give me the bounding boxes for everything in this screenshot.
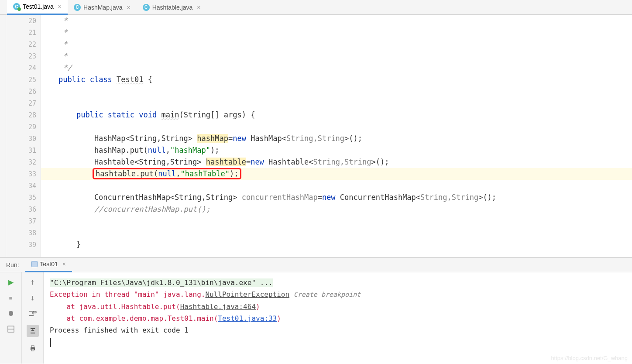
line-number: 24⌐ xyxy=(6,62,41,74)
line-number: 22 xyxy=(6,38,41,50)
line-number: 32 xyxy=(6,156,41,168)
code-line: //concurrentHashMap.put(); xyxy=(58,203,632,215)
close-icon[interactable]: × xyxy=(127,4,131,11)
line-number: 25▶ xyxy=(6,74,41,86)
code-line xyxy=(58,86,632,97)
line-number: 30 xyxy=(6,133,41,144)
code-line: Hashtable<String,String> hashtable=new H… xyxy=(58,156,632,168)
tab-label: HashMap.java xyxy=(83,4,123,11)
run-label: Run: xyxy=(0,261,25,268)
line-number: 39⌙ xyxy=(6,239,41,251)
soft-wrap-icon[interactable] xyxy=(28,309,37,318)
code-line xyxy=(58,97,632,109)
down-arrow-icon[interactable]: ↓ xyxy=(28,293,37,302)
java-class-icon: C xyxy=(74,4,81,11)
annotation-box: hashtable.put(null,"hashTable"); xyxy=(93,168,242,179)
close-icon[interactable]: × xyxy=(197,4,200,11)
line-number: 33 xyxy=(6,168,41,180)
line-number: 31 xyxy=(6,144,41,156)
code-line: ConcurrentHashMap<String,String> concurr… xyxy=(58,192,632,203)
code-line xyxy=(58,215,632,227)
editor-tabs: C Test01.java × C HashMap.java × C Hasht… xyxy=(0,0,632,15)
line-number: 35 xyxy=(6,192,41,203)
line-number: 34 xyxy=(6,180,41,192)
stop-icon[interactable]: ■ xyxy=(7,293,15,302)
line-number-gutter: 20 21 22 23 24⌐ 25▶ 26 27 28▶ 29 30 31 3… xyxy=(6,15,41,257)
tab-label: Test01.java xyxy=(23,3,54,10)
svg-rect-4 xyxy=(31,349,34,351)
run-body: ▶ ■ ↑ ↓ "C:\Program Files\Java\jdk1.8.0_… xyxy=(0,272,632,364)
line-number: 28▶ xyxy=(6,109,41,121)
code-line: HashMap<String,String> hashMap=new HashM… xyxy=(58,133,632,144)
console-output[interactable]: "C:\Program Files\Java\jdk1.8.0_131\bin\… xyxy=(44,272,632,364)
run-toolbar-nav: ↑ ↓ xyxy=(22,272,44,364)
console-cursor xyxy=(50,336,626,348)
tab-hashtable[interactable]: C Hashtable.java × xyxy=(137,0,207,15)
code-line xyxy=(58,121,632,133)
run-config-tab[interactable]: Test01 × xyxy=(25,258,72,272)
console-line: Process finished with exit code 1 xyxy=(50,324,626,336)
code-content[interactable]: * * * * */ public class Test01 { public … xyxy=(41,15,632,257)
line-number: 36 xyxy=(6,203,41,215)
run-toolbar-left: ▶ ■ xyxy=(0,272,22,364)
java-class-icon: C xyxy=(143,4,150,11)
code-line: public static void main(String[] args) { xyxy=(58,109,632,121)
tab-label: Hashtable.java xyxy=(152,4,193,11)
code-line xyxy=(58,227,632,239)
line-number: 38 xyxy=(6,227,41,239)
code-line: */ xyxy=(58,62,632,74)
line-number: 20 xyxy=(6,15,41,27)
line-number: 37 xyxy=(6,215,41,227)
console-line: "C:\Program Files\Java\jdk1.8.0_131\bin\… xyxy=(50,277,626,288)
code-line: public class Test01 { xyxy=(58,74,632,86)
line-number: 27 xyxy=(6,97,41,109)
console-line: at java.util.Hashtable.put(Hashtable.jav… xyxy=(50,301,626,312)
code-line: * xyxy=(58,50,632,62)
code-line: hashMap.put(null,"hashMap"); xyxy=(58,144,632,156)
line-number: 29 xyxy=(6,121,41,133)
svg-rect-3 xyxy=(31,346,34,347)
code-line: * xyxy=(58,27,632,38)
close-icon[interactable]: × xyxy=(62,261,66,268)
line-number: 23 xyxy=(6,50,41,62)
code-line-highlighted: hashtable.put(null,"hashTable"); xyxy=(41,168,632,180)
code-line: } xyxy=(58,239,632,251)
line-number: 21 xyxy=(6,27,41,38)
up-arrow-icon[interactable]: ↑ xyxy=(28,278,37,286)
java-class-icon: C xyxy=(13,3,20,10)
console-line: at com.example.demo.map.Test01.main(Test… xyxy=(50,312,626,324)
watermark: https://blog.csdn.net/G_whang xyxy=(551,355,628,361)
console-line: Exception in thread "main" java.lang.Nul… xyxy=(50,288,626,301)
layout-icon[interactable] xyxy=(7,325,15,333)
run-panel: Run: Test01 × ▶ ■ ↑ ↓ xyxy=(0,257,632,364)
code-line xyxy=(58,180,632,192)
code-line: * xyxy=(58,15,632,27)
editor: 20 21 22 23 24⌐ 25▶ 26 27 28▶ 29 30 31 3… xyxy=(0,15,632,257)
debug-icon[interactable] xyxy=(7,309,15,318)
tab-test01[interactable]: C Test01.java × xyxy=(7,0,68,15)
run-panel-header: Run: Test01 × xyxy=(0,258,632,272)
run-config-icon xyxy=(31,261,38,267)
print-icon[interactable] xyxy=(28,344,37,353)
scroll-to-end-icon[interactable] xyxy=(27,325,39,337)
code-line: * xyxy=(58,38,632,50)
left-margin xyxy=(0,15,6,257)
line-number: 26 xyxy=(6,86,41,97)
rerun-icon[interactable]: ▶ xyxy=(7,278,15,286)
run-tab-label: Test01 xyxy=(40,261,58,268)
tab-hashmap[interactable]: C HashMap.java × xyxy=(68,0,137,15)
close-icon[interactable]: × xyxy=(58,3,62,10)
